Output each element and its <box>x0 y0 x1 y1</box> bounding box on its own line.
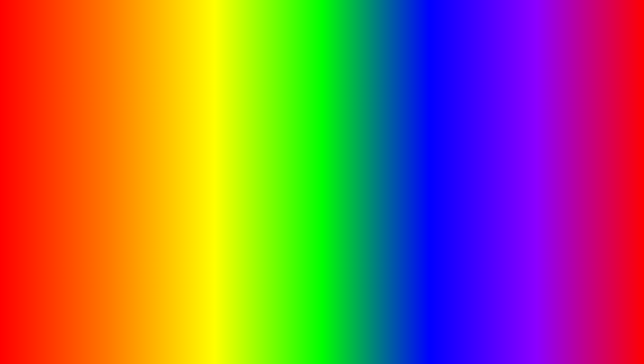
rnav-item-founder[interactable]: Founder & Dev <box>451 127 481 139</box>
bf-logo-skull-icon: 💀 <box>533 308 560 335</box>
nav-icon-founder <box>29 137 35 142</box>
kill-aura-label: Kill Aura <box>487 182 503 187</box>
close-button-left[interactable]: ✕ <box>188 125 192 130</box>
close-button-right[interactable]: ✕ <box>603 118 608 123</box>
nav-item-island[interactable]: Island/ESP <box>27 164 56 174</box>
panel-left-body: Founder & Dev Main Farm Island/ESP Comba… <box>27 132 196 213</box>
select-type-farm-row[interactable]: Select Type Farm Upper ∧ <box>59 135 193 144</box>
rnav-icon-main <box>454 141 459 146</box>
auto-up-label: Auto Up... <box>62 167 81 172</box>
rnav-label-island: Island/ESP <box>461 160 479 164</box>
pastebin-text: PASTEBIN <box>437 325 537 347</box>
minimize-button-left[interactable]: ─ <box>181 125 186 130</box>
nav-label-island: Island/ESP <box>36 167 54 171</box>
kill-aura-row[interactable]: Kill Aura <box>484 179 608 190</box>
rnav-label-main: Main <box>461 141 469 145</box>
nav-item-devil-fruit[interactable]: Devil Fruit <box>27 192 56 202</box>
title-area: BLOX FRUITS <box>3 3 641 73</box>
auto-third-sea-row: Auto Third Sea <box>59 175 193 185</box>
nav-label-shop: Shop <box>36 186 45 190</box>
nav-item-sky[interactable]: Sky <box>27 202 56 211</box>
rnav-icon-farm <box>454 150 459 155</box>
panel-left: Grape Hub Gen 2.3 ─ ✕ Founder & Dev Main <box>26 123 196 213</box>
buy-chip-lock-icon: 🔒 <box>600 149 606 155</box>
select-chip-label: Select Chip <box>487 140 509 145</box>
buy-chip-row: Buy Chip 🔒 <box>484 147 608 157</box>
start-raid-row: Start Raid 🔒 <box>484 157 608 168</box>
panel-left-main: Select Type Farm Upper ∧ MainFarm Custom… <box>57 132 196 213</box>
auto-next-island-checkbox[interactable] <box>600 192 606 198</box>
select-chip-value-text: Dough <box>590 140 601 145</box>
nav-label-sky: Sky <box>36 204 42 208</box>
select-type-farm-value-text: Upper <box>175 137 186 142</box>
select-type-farm-label: Select Type Farm <box>62 137 96 142</box>
nav-item-farm[interactable]: Farm <box>27 155 56 164</box>
nav-label-devil-fruit: Devil Fruit <box>36 195 53 199</box>
panel-left-controls: ─ ✕ <box>181 125 192 130</box>
script-text: SCRIPT <box>332 319 430 349</box>
raid-header-row: Raid <box>484 128 608 138</box>
minimize-button-right[interactable]: ─ <box>596 118 601 123</box>
nav-label-combat: Combat/PVP <box>36 176 58 180</box>
panel-left-titlebar: Grape Hub Gen 2.3 ─ ✕ <box>27 124 196 132</box>
auto-select-doungeon-row[interactable]: Auto Select Doungeon <box>484 168 608 179</box>
panel-left-title-text: Grape Hub Gen 2.3 <box>37 125 72 130</box>
rnav-icon-old <box>454 178 459 183</box>
no-miss-skill-text: NO MISS SKILL <box>23 96 162 116</box>
bf-logo-blox-text: BLOX <box>563 308 611 321</box>
panel-right-title-text: Grape Hub Gen 2.3 <box>461 118 497 123</box>
select-chip-value: Dough ∧ <box>590 140 606 145</box>
panel-right-icon <box>455 118 459 123</box>
chevron-right-icon: ∧ <box>603 140 606 145</box>
nav-label-main: Main <box>36 148 44 152</box>
bf-logo: 💀 BLOX FRUITS <box>533 308 611 335</box>
bf-logo-fruits-text: FRUITS <box>563 321 611 335</box>
select-type-farm-value: Upper ∧ <box>175 137 190 142</box>
panel-right-title: Grape Hub Gen 2.3 <box>455 118 497 123</box>
auto-next-island-row[interactable]: Auto Next Island <box>484 190 608 201</box>
auto-select-doungeon-checkbox[interactable] <box>600 170 606 176</box>
rnav-item-combat[interactable]: Combat/PVP <box>451 167 481 176</box>
custom-mode-row[interactable]: Custom Selected Mode <box>59 154 193 165</box>
no-key-area: NO KEY !!! <box>386 96 488 119</box>
panel-left-title: Grape Hub Gen 2.3 <box>30 125 72 130</box>
panel-right-main: Raid Select Chip Dough ∧ Buy Chip 🔒 <box>481 125 611 203</box>
raid-label: Raid <box>487 130 496 135</box>
nav-icon-devil-fruit <box>29 194 35 200</box>
nav-label-founder: Founder & Dev <box>36 136 54 144</box>
nav-item-combat[interactable]: Combat/PVP <box>27 174 56 183</box>
kill-aura-checkbox[interactable] <box>600 181 606 187</box>
rnav-icon-island <box>454 159 459 165</box>
chevron-left-icon: ∧ <box>187 137 190 142</box>
rnav-label-old: old <box>461 179 466 183</box>
nav-icon-island <box>29 166 35 172</box>
panel-left-nav: Founder & Dev Main Farm Island/ESP Comba… <box>27 132 57 213</box>
bf-logo-text-area: BLOX FRUITS <box>563 308 611 335</box>
nav-item-shop[interactable]: Shop <box>27 183 56 192</box>
select-chip-row[interactable]: Select Chip Dough ∧ <box>484 138 608 147</box>
buy-chip-label: Buy Chip <box>487 150 505 155</box>
main-farm-row: MainFarm <box>59 144 193 154</box>
rnav-item-old[interactable]: old <box>451 176 481 185</box>
rnav-item-island[interactable]: Island/ESP <box>451 157 481 167</box>
auto-up-row: Auto Up... <box>59 165 193 175</box>
nav-label-farm: Farm <box>36 158 45 162</box>
start-raid-label: Start Raid <box>487 160 506 165</box>
rnav-item-farm[interactable]: Farm <box>451 148 481 157</box>
nav-icon-sky <box>29 204 35 209</box>
nav-icon-combat <box>29 176 35 181</box>
rnav-icon-combat <box>454 169 459 174</box>
ectoplasm-label: Ectoplasm <box>62 187 82 192</box>
custom-mode-checkbox[interactable] <box>184 156 190 162</box>
nav-item-founder[interactable]: Founder & Dev <box>27 134 56 146</box>
rnav-label-combat: Combat/PVP <box>461 169 482 173</box>
rnav-item-main[interactable]: Main <box>451 139 481 148</box>
panel-right-nav: Founder & Dev Main Farm Island/ESP Comba… <box>451 125 481 203</box>
panel-right-controls: ─ ✕ <box>596 118 608 123</box>
panel-right-titlebar: Grape Hub Gen 2.3 ─ ✕ <box>451 117 611 125</box>
panel-right: Grape Hub Gen 2.3 ─ ✕ Founder & Dev Main <box>451 116 611 204</box>
rnav-label-founder: Founder & Dev <box>461 129 478 137</box>
nav-item-main[interactable]: Main <box>27 146 56 155</box>
main-farm-label: MainFarm <box>62 146 82 151</box>
start-raid-lock-icon: 🔒 <box>600 160 606 165</box>
